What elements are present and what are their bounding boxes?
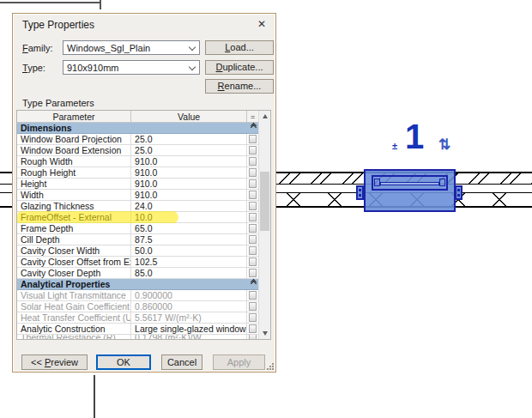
group-header-row[interactable]: Dimensions	[17, 123, 258, 134]
associate-param-button[interactable]	[249, 246, 257, 255]
associate-param-button[interactable]	[249, 335, 257, 339]
associate-param-cell	[247, 223, 258, 233]
value-column-header[interactable]: Value	[131, 111, 247, 122]
type-parameters-table: Parameter Value = DimensionsWindow Board…	[16, 110, 271, 340]
associate-param-cell	[247, 156, 258, 167]
parameter-name-cell: Cavity Closer Offset from Ext	[17, 257, 131, 267]
parameter-name-cell: Thermal Resistance (R)	[17, 335, 131, 339]
associate-param-button[interactable]	[249, 135, 257, 143]
parameter-value-cell[interactable]: 65.0	[131, 223, 247, 233]
window-frame-jamb	[439, 179, 445, 186]
param-row[interactable]: Window Board Projection25.0	[17, 134, 258, 145]
associate-param-button[interactable]	[249, 302, 257, 311]
parameter-value-cell[interactable]: 87.5	[131, 234, 247, 245]
scroll-down-icon[interactable]	[259, 328, 270, 339]
preview-button[interactable]: << Preview	[21, 354, 88, 370]
associate-param-cell	[247, 290, 258, 300]
table-body: DimensionsWindow Board Projection25.0Win…	[17, 123, 258, 339]
parameter-value-cell[interactable]: 50.0	[131, 245, 247, 256]
family-rest: amily:	[28, 43, 53, 53]
flip-window-icon[interactable]: ⇅	[438, 136, 450, 154]
associate-param-button[interactable]	[249, 157, 257, 166]
parameter-value-cell[interactable]: 910.0	[131, 179, 247, 189]
plus-minus-icon: ±	[392, 141, 397, 151]
ok-button[interactable]: OK	[96, 354, 151, 370]
parameter-value-cell[interactable]: 910.0	[131, 190, 247, 200]
param-row[interactable]: Solar Heat Gain Coefficient0.860000	[17, 301, 258, 312]
table-scrollbar[interactable]	[258, 111, 270, 339]
parameter-name-cell: Glazing Thickness	[17, 201, 131, 211]
parameter-value-cell[interactable]: Large single-glazed windows	[131, 324, 247, 334]
parameter-value-cell[interactable]: 0.1798 (m²·K)/W	[131, 335, 247, 339]
parameter-name-cell: Rough Height	[17, 167, 131, 178]
scroll-up-icon[interactable]	[259, 111, 270, 122]
param-row[interactable]: Heat Transfer Coefficient (U)5.5617 W/(m…	[17, 312, 258, 324]
param-row[interactable]: Cavity Closer Depth85.0	[17, 268, 258, 279]
dialog-title-bar[interactable]: Type Properties ✕	[13, 14, 275, 34]
collapse-chevrons-icon[interactable]	[251, 282, 256, 286]
parameter-value-cell[interactable]: 102.5	[131, 257, 247, 267]
associate-param-button[interactable]	[249, 224, 257, 233]
param-row[interactable]: Glazing Thickness24.0	[17, 201, 258, 212]
param-row[interactable]: Cill Depth87.5	[17, 234, 258, 245]
parameter-value-cell[interactable]: 10.0	[131, 212, 247, 222]
param-row[interactable]: Window Board Extension25.0	[17, 145, 258, 156]
parameter-column-header[interactable]: Parameter	[17, 111, 131, 122]
param-row[interactable]: Analytic ConstructionLarge single-glazed…	[17, 324, 258, 335]
param-row[interactable]: Visual Light Transmittance0.900000	[17, 290, 258, 301]
parameter-value-cell[interactable]: 24.0	[131, 201, 247, 211]
scrollbar-thumb[interactable]	[260, 172, 269, 231]
associate-param-button[interactable]	[249, 168, 257, 177]
close-icon[interactable]: ✕	[255, 17, 269, 31]
window-tag-number[interactable]: 1	[405, 119, 424, 154]
parameter-value-cell[interactable]: 0.860000	[131, 301, 247, 312]
load-button[interactable]: Load...	[205, 40, 274, 55]
parameter-value-cell[interactable]: 910.0	[131, 156, 247, 167]
selected-window-element[interactable]	[364, 169, 456, 212]
associate-param-button[interactable]	[249, 146, 257, 154]
param-row[interactable]: Cavity Closer Width50.0	[17, 245, 258, 257]
duplicate-rest: uplicate...	[222, 62, 263, 72]
associate-param-button[interactable]	[249, 269, 257, 277]
down-triangle-icon	[263, 331, 268, 336]
cancel-button[interactable]: Cancel	[161, 354, 203, 370]
type-dropdown[interactable]: 910x910mm	[63, 60, 200, 75]
parameter-value-cell[interactable]: 85.0	[131, 268, 247, 278]
parameter-value-cell[interactable]: 910.0	[131, 167, 247, 178]
param-row[interactable]: Thermal Resistance (R)0.1798 (m²·K)/W	[17, 335, 258, 339]
param-row[interactable]: Width910.0	[17, 190, 258, 201]
param-row[interactable]: FrameOffset - External10.0	[17, 212, 258, 223]
associate-param-button[interactable]	[249, 202, 257, 210]
associate-param-button[interactable]	[249, 213, 257, 221]
rename-button[interactable]: Rename...	[205, 79, 274, 94]
parameter-name-cell: Cavity Closer Width	[17, 245, 131, 256]
parameter-value-cell[interactable]: 25.0	[131, 134, 247, 144]
param-row[interactable]: Rough Height910.0	[17, 167, 258, 179]
param-row[interactable]: Height910.0	[17, 179, 258, 190]
param-row[interactable]: Frame Depth65.0	[17, 223, 258, 234]
load-rest: oad...	[230, 42, 254, 52]
associate-param-button[interactable]	[249, 291, 257, 300]
associate-param-button[interactable]	[249, 257, 257, 266]
param-row[interactable]: Rough Width910.0	[17, 156, 258, 167]
collapse-chevrons-icon[interactable]	[251, 126, 256, 130]
associate-param-cell	[247, 324, 258, 334]
duplicate-button[interactable]: Duplicate...	[205, 60, 274, 75]
parameter-value-cell[interactable]: 25.0	[131, 145, 247, 155]
family-dropdown[interactable]: Windows_Sgl_Plain	[63, 40, 200, 55]
parameter-name-cell: Analytic Construction	[17, 324, 131, 334]
parameter-value-cell[interactable]: 0.900000	[131, 290, 247, 300]
group-header-row[interactable]: Analytical Properties	[17, 279, 258, 290]
associate-param-button[interactable]	[249, 235, 257, 244]
associate-param-button[interactable]	[249, 179, 257, 188]
parameter-name-cell: Visual Light Transmittance	[17, 290, 131, 300]
associate-param-cell	[247, 167, 258, 178]
associate-param-button[interactable]	[249, 191, 257, 199]
param-row[interactable]: Cavity Closer Offset from Ext102.5	[17, 257, 258, 268]
associate-param-button[interactable]	[249, 313, 257, 322]
associate-param-button[interactable]	[249, 324, 257, 333]
associate-param-cell	[247, 335, 258, 339]
resize-grip[interactable]	[267, 363, 274, 370]
parameter-value-cell[interactable]: 5.5617 W/(m²·K)	[131, 312, 247, 323]
parameter-name-cell: FrameOffset - External	[17, 212, 131, 222]
